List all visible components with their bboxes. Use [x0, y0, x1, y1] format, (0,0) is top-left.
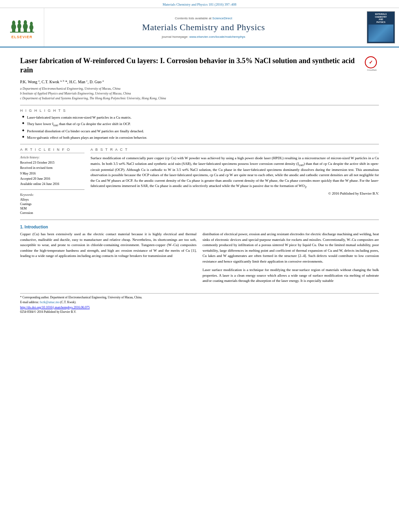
email-link[interactable]: fsctk@umac.mo [40, 300, 60, 304]
journal-header: ELSEVIER Contents lists available at Sci… [0, 8, 399, 47]
author-1: P.K. Wong a [20, 80, 39, 84]
article-history: Article history: Received 23 October 201… [20, 156, 84, 186]
contents-available-line: Contents lists available at ScienceDirec… [48, 16, 359, 20]
keywords-label: Keywords: [20, 193, 84, 197]
doi-link[interactable]: http://dx.doi.org/10.1016/j.matchemphys.… [20, 306, 90, 309]
author-4: D. Guo a [90, 80, 104, 84]
intro-para-1: Copper (Cu) has been extensively used as… [20, 232, 197, 259]
elsevier-tree-icon [10, 16, 34, 34]
article-info-abstract-section: A R T I C L E I N F O Article history: R… [20, 148, 379, 216]
abstract-text: Surface modification of commercially pur… [90, 156, 379, 197]
journal-homepage-line: journal homepage: www.elsevier.com/locat… [48, 35, 359, 39]
intro-two-col: Copper (Cu) has been extensively used as… [20, 232, 379, 287]
affiliation-2: b Institute of Applied Physics and Mater… [20, 91, 379, 96]
journal-cover-image: MATERIALS CHEMISTRY AND PHYSICS [367, 11, 395, 43]
keyword-2: Coatings [20, 202, 84, 206]
highlights-list: Laser-fabricated layers contain micron-s… [20, 115, 379, 140]
journal-title-center: Contents lists available at ScienceDirec… [44, 8, 363, 47]
intro-col-1: Copper (Cu) has been extensively used as… [20, 232, 197, 287]
article-title: Laser fabrication of W-reinforced Cu lay… [20, 56, 361, 75]
received-date: Received 23 October 2015 [20, 160, 84, 165]
available-online-date: Available online 24 June 2016 [20, 182, 84, 186]
received-revised-label: Received in revised form [20, 166, 84, 170]
elsevier-logo: ELSEVIER [10, 16, 34, 39]
article-info-column: A R T I C L E I N F O Article history: R… [20, 148, 84, 216]
cover-title: MATERIALS CHEMISTRY AND PHYSICS [375, 13, 387, 23]
page: Materials Chemistry and Physics 181 (201… [0, 0, 399, 532]
elsevier-logo-section: ELSEVIER [0, 8, 44, 47]
sciencedirect-link[interactable]: ScienceDirect [212, 16, 232, 20]
affiliation-1: a Department of Electromechanical Engine… [20, 86, 379, 91]
revised-date: 9 May 2016 [20, 171, 84, 176]
crossmark-icon: ✓ [365, 56, 377, 68]
journal-homepage-link[interactable]: www.elsevier.com/locate/matchemphys [189, 35, 245, 39]
highlight-item-4: Micro-galvanic effect of both phases pla… [22, 135, 379, 140]
svg-rect-12 [10, 32, 34, 33]
intro-col-2: distribution of electrical power, erosio… [203, 232, 379, 287]
affiliation-3: c Department of Industrial and Systems E… [20, 96, 379, 101]
footer-section: * Corresponding author. Department of El… [20, 293, 379, 314]
divider-1 [20, 105, 379, 105]
corresponding-author-note: * Corresponding author. Department of El… [20, 296, 379, 300]
cover-graphic [368, 25, 393, 42]
abstract-title: A B S T R A C T [90, 148, 379, 153]
article-title-section: Laser fabrication of W-reinforced Cu lay… [20, 52, 379, 75]
doi-line: http://dx.doi.org/10.1016/j.matchemphys.… [20, 306, 379, 309]
copyright-footer: 0254-0584/© 2016 Published by Elsevier B… [20, 310, 379, 314]
highlight-item-1: Laser-fabricated layers contain micron-s… [22, 115, 379, 120]
highlights-section: H I G H L I G H T S Laser-fabricated lay… [20, 109, 379, 140]
keyword-4: Corrosion [20, 211, 84, 215]
body-content: 1. Introduction Copper (Cu) has been ext… [20, 225, 379, 287]
svg-point-4 [17, 23, 21, 29]
svg-point-2 [12, 21, 15, 25]
abstract-copyright: © 2016 Published by Elsevier B.V. [90, 191, 379, 197]
keyword-1: Alloys [20, 198, 84, 201]
highlight-item-3: Preferential dissolution of Cu binder oc… [22, 129, 379, 134]
highlights-title: H I G H L I G H T S [20, 109, 379, 113]
highlight-item-2: They have lower Icorr than that of cp Cu… [22, 121, 379, 127]
svg-point-8 [24, 20, 27, 25]
article-info-title: A R T I C L E I N F O [20, 148, 84, 153]
journal-title: Materials Chemistry and Physics [48, 22, 359, 33]
abstract-column: A B S T R A C T Surface modification of … [90, 148, 379, 216]
svg-point-5 [18, 20, 21, 24]
divider-keywords [20, 189, 84, 190]
crossmark-badge: ✓ CrossMark [365, 56, 379, 71]
journal-reference-bar: Materials Chemistry and Physics 181 (201… [0, 0, 399, 8]
journal-reference-text: Materials Chemistry and Physics 181 (201… [162, 2, 237, 6]
intro-para-3: Laser surface modification is a techniqu… [203, 267, 379, 284]
author-3: H.C. Man c [69, 80, 87, 84]
journal-cover-section: MATERIALS CHEMISTRY AND PHYSICS [363, 8, 399, 47]
divider-2 [20, 144, 379, 144]
divider-3 [20, 220, 379, 220]
main-content: Laser fabrication of W-reinforced Cu lay… [0, 47, 399, 318]
author-2: C.T. Kwok a, b * [41, 80, 67, 84]
authors-line: P.K. Wong a, C.T. Kwok a, b *, H.C. Man … [20, 79, 379, 84]
affiliations: a Department of Electromechanical Engine… [20, 86, 379, 101]
crossmark-label: CrossMark [365, 69, 379, 71]
intro-para-2: distribution of electrical power, erosio… [203, 232, 379, 264]
svg-point-11 [30, 22, 33, 26]
intro-heading: 1. Introduction [20, 225, 379, 229]
accepted-date: Accepted 20 June 2016 [20, 177, 84, 181]
history-label: Article history: [20, 156, 84, 159]
keyword-3: SEM [20, 207, 84, 210]
elsevier-wordmark: ELSEVIER [11, 35, 33, 39]
email-line: E-mail address: fsctk@umac.mo (C.T. Kwok… [20, 300, 379, 305]
